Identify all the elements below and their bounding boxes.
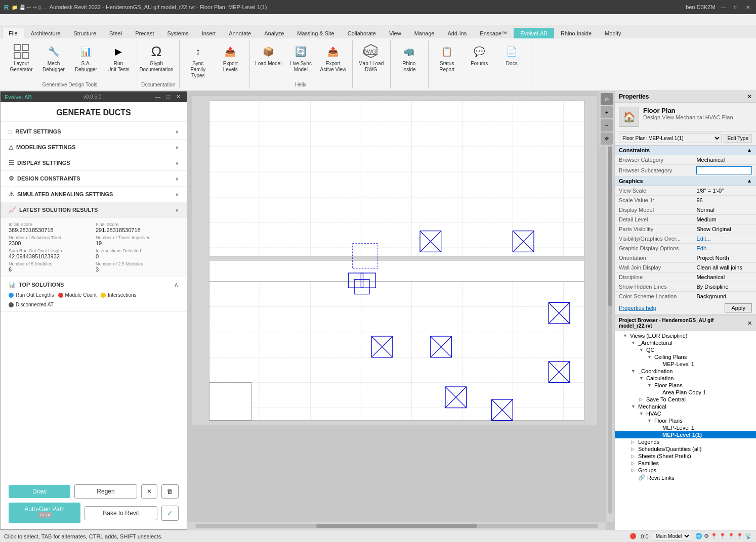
- horizontal-scrollbar[interactable]: [187, 522, 606, 530]
- tab-structure[interactable]: Structure: [67, 28, 103, 38]
- graphic-display-value[interactable]: Edit...: [692, 244, 756, 253]
- tab-steel[interactable]: Steel: [103, 28, 129, 38]
- tree-groups[interactable]: ▷ Groups: [615, 467, 756, 474]
- design-constraints-section[interactable]: ⚙ DESIGN CONSTRAINTS ∨: [1, 171, 187, 187]
- tree-architectural[interactable]: ▼ _Architectural: [615, 339, 756, 346]
- regen-button[interactable]: Regen: [74, 484, 137, 499]
- nav-zoom-fit[interactable]: ⊙: [601, 93, 613, 105]
- tree-save-to-central[interactable]: ▷ Save To Central: [615, 396, 756, 403]
- tree-calc-expand[interactable]: ▼: [639, 376, 645, 381]
- tab-addins[interactable]: Add-Ins: [441, 28, 473, 38]
- auto-gen-path-button[interactable]: Auto-Gen Path BETA: [9, 503, 80, 523]
- graphic-display-edit[interactable]: Edit...: [696, 245, 710, 251]
- tab-insert[interactable]: Insert: [195, 28, 223, 38]
- tab-evolvelab[interactable]: EvolveLAB: [514, 28, 554, 38]
- tree-hvac[interactable]: ▼ HVAC: [615, 410, 756, 417]
- tree-mech-expand[interactable]: ▼: [631, 404, 637, 409]
- sa-debugger-button[interactable]: 📊 S.A.Debugger: [71, 42, 101, 74]
- bake-to-revit-button[interactable]: Bake to Revit: [85, 506, 157, 520]
- graphics-expand-icon[interactable]: ▲: [747, 178, 752, 184]
- nav-zoom-in[interactable]: +: [601, 106, 613, 118]
- map-load-dwg-button[interactable]: DWG Map / LoadDWG: [356, 42, 386, 74]
- export-levels-button[interactable]: 📤 ExportLevels: [215, 42, 245, 74]
- nav-pan[interactable]: ✥: [601, 132, 613, 145]
- tree-revit-links[interactable]: 🔗 Revit Links: [615, 474, 756, 481]
- tree-mep-level1-hvac[interactable]: MEP-Level 1: [615, 424, 756, 431]
- tree-groups-expand[interactable]: ▷: [631, 468, 637, 473]
- export-active-view-button[interactable]: 📤 ExportActive View: [318, 42, 348, 74]
- tab-annotate[interactable]: Annotate: [222, 28, 258, 38]
- status-report-button[interactable]: 📋 StatusReport: [432, 42, 462, 74]
- mech-debugger-button[interactable]: 🔧 MechDebugger: [38, 42, 69, 74]
- tree-hvac-expand[interactable]: ▼: [639, 411, 645, 416]
- tree-sheets[interactable]: ▷ Sheets (Sheet Prefix): [615, 453, 756, 460]
- tree-mep-level1-1[interactable]: MEP-Level 1(1): [615, 431, 756, 438]
- properties-help-link[interactable]: Properties help: [619, 305, 656, 311]
- maximize-button[interactable]: □: [732, 3, 740, 11]
- display-settings-section[interactable]: ☰ DISPLAY SETTINGS ∨: [1, 155, 187, 171]
- docs-button[interactable]: 📄 Docs: [496, 42, 527, 68]
- tree-legends-expand[interactable]: ▷: [631, 439, 637, 444]
- tree-ceiling-expand[interactable]: ▼: [647, 354, 653, 359]
- tab-systems[interactable]: Systems: [160, 28, 195, 38]
- load-model-button[interactable]: 📦 Load Model: [253, 42, 283, 68]
- tree-arch-expand[interactable]: ▼: [631, 340, 637, 345]
- close-button[interactable]: ✕: [744, 3, 752, 11]
- clear-button[interactable]: ✕: [141, 484, 157, 499]
- tab-enscape[interactable]: Enscape™: [473, 28, 514, 38]
- tree-floor-plans-hvac[interactable]: ▼ Floor Plans: [615, 417, 756, 424]
- tab-massing[interactable]: Massing & Site: [290, 28, 341, 38]
- tree-schedules[interactable]: ▷ Schedules/Quantities (all): [615, 445, 756, 453]
- tab-analyze[interactable]: Analyze: [258, 28, 290, 38]
- tree-families-expand[interactable]: ▷: [631, 461, 637, 466]
- tree-qc[interactable]: ▼ QC: [615, 346, 756, 353]
- tree-floor-plans-coord[interactable]: ▼ Floor Plans: [615, 382, 756, 389]
- scrollbar-thumb-v[interactable]: [608, 141, 612, 306]
- tab-rhinoinside[interactable]: Rhino.Inside: [554, 28, 598, 38]
- forums-button[interactable]: 💬 Forums: [464, 42, 494, 68]
- tree-sheets-expand[interactable]: ▷: [631, 454, 637, 459]
- panel-minimize-button[interactable]: —: [153, 94, 162, 100]
- floor-plan-dropdown[interactable]: Floor Plan: MEP-Level 1(1): [619, 133, 722, 143]
- rhino-inside-button[interactable]: 🦏 RhinoInside: [394, 42, 424, 74]
- properties-close-button[interactable]: ✕: [747, 93, 752, 100]
- tree-views-eor[interactable]: ▼ Views (EOR Discipline): [615, 332, 756, 339]
- simulated-annealing-section[interactable]: ⚠ SIMULATED ANNEALING SETTINGS ∨: [1, 187, 187, 202]
- tree-coordination[interactable]: ▼ _Coordination: [615, 368, 756, 375]
- tab-architecture[interactable]: Architecture: [24, 28, 67, 38]
- minimize-button[interactable]: —: [720, 3, 728, 11]
- apply-button[interactable]: Apply: [725, 303, 752, 312]
- tree-expand-icon[interactable]: ▼: [623, 333, 629, 338]
- tab-manage[interactable]: Manage: [408, 28, 441, 38]
- latest-results-section[interactable]: 📈 LATEST SOLUTION RESULTS ∧: [1, 202, 187, 218]
- tree-mechanical[interactable]: ▼ Mechanical: [615, 403, 756, 410]
- scrollbar-thumb-h[interactable]: [316, 524, 477, 528]
- graphics-section-header[interactable]: Graphics ▲: [615, 176, 756, 186]
- visibility-graphics-edit[interactable]: Edit...: [696, 236, 710, 242]
- floor-plan-canvas[interactable]: [192, 96, 597, 425]
- modeling-settings-section[interactable]: △ MODELING SETTINGS ∨: [1, 140, 187, 155]
- panel-close-button[interactable]: ✕: [174, 94, 183, 100]
- constraints-expand-icon[interactable]: ▲: [747, 147, 752, 153]
- run-unit-tests-button[interactable]: ▶ RunUnit Tests: [103, 42, 134, 74]
- tree-families[interactable]: ▷ Families: [615, 460, 756, 467]
- tree-legends[interactable]: ▷ Legends: [615, 438, 756, 445]
- tree-ceiling-plans[interactable]: ▼ Ceiling Plans: [615, 353, 756, 360]
- visibility-graphics-value[interactable]: Edit...: [692, 234, 756, 244]
- edit-type-button[interactable]: Edit Type: [724, 134, 752, 143]
- sync-family-types-button[interactable]: ↕ SyncFamily Types: [183, 42, 213, 80]
- tab-precast[interactable]: Precast: [129, 28, 160, 38]
- tree-qc-expand[interactable]: ▼: [639, 347, 645, 352]
- layout-generator-button[interactable]: LayoutGenerator: [6, 42, 36, 74]
- canvas-area[interactable]: ⊙ + − ✥: [187, 91, 614, 530]
- vertical-scrollbar[interactable]: [606, 91, 614, 522]
- tree-coord-expand[interactable]: ▼: [631, 369, 637, 374]
- tab-collaborate[interactable]: Collaborate: [341, 28, 383, 38]
- tree-save-expand[interactable]: ▷: [639, 397, 645, 402]
- tab-file[interactable]: File: [2, 28, 24, 38]
- top-solutions-header[interactable]: 📊 TOP SOLUTIONS ∧: [1, 277, 187, 290]
- confirm-button[interactable]: ✓: [161, 506, 179, 521]
- tab-modify[interactable]: Modify: [598, 28, 627, 38]
- tree-fp-coord-expand[interactable]: ▼: [647, 383, 653, 388]
- tab-view[interactable]: View: [383, 28, 408, 38]
